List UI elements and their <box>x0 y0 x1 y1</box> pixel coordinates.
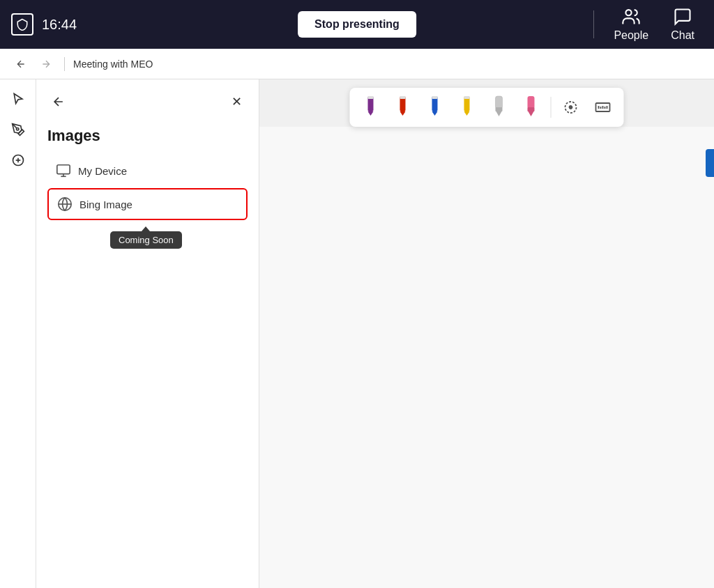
shield-icon <box>11 13 33 36</box>
stop-presenting-button[interactable]: Stop presenting <box>298 11 416 38</box>
blue-pencil-tool[interactable] <box>420 92 450 123</box>
white-marker-tool[interactable] <box>484 92 515 123</box>
svg-marker-11 <box>368 111 374 116</box>
pointer-tool[interactable] <box>4 85 32 113</box>
panel-back-button[interactable] <box>47 91 70 113</box>
pink-marker-tool[interactable] <box>516 92 547 123</box>
svg-rect-26 <box>528 107 535 111</box>
canvas-area <box>259 79 714 588</box>
chat-label: Chat <box>671 29 694 42</box>
nav-bar: Meeting with MEO <box>0 49 714 79</box>
svg-marker-14 <box>400 111 406 116</box>
svg-rect-21 <box>464 96 470 99</box>
lasso-tool[interactable] <box>556 92 586 123</box>
images-panel: ✕ Images My Device Bing Image Coming Soo… <box>36 79 259 588</box>
top-bar-center: Stop presenting <box>298 11 416 38</box>
add-tool[interactable] <box>4 146 32 174</box>
svg-rect-18 <box>432 96 438 99</box>
main-area: ✕ Images My Device Bing Image Coming Soo… <box>0 79 714 588</box>
purple-pencil-tool[interactable] <box>356 92 386 123</box>
svg-rect-25 <box>528 96 535 109</box>
svg-marker-27 <box>529 111 534 116</box>
pen-tool[interactable] <box>4 116 32 144</box>
time-display: 16:44 <box>42 17 77 33</box>
panel-title: Images <box>47 127 248 145</box>
toolbar-divider <box>551 97 552 118</box>
coming-soon-tooltip: Coming Soon <box>110 231 182 249</box>
panel-header: ✕ <box>47 91 248 113</box>
svg-rect-23 <box>496 107 503 111</box>
svg-point-0 <box>626 10 632 15</box>
people-button[interactable]: People <box>605 3 657 46</box>
svg-marker-24 <box>496 111 502 116</box>
svg-marker-17 <box>432 111 438 116</box>
nav-divider <box>64 57 65 71</box>
my-device-label: My Device <box>78 165 127 177</box>
bing-image-label: Bing Image <box>79 199 132 210</box>
drawing-toolbar <box>350 88 624 127</box>
divider <box>593 10 594 38</box>
svg-marker-20 <box>464 111 470 116</box>
bing-image-item[interactable]: Bing Image Coming Soon <box>47 188 248 220</box>
chat-button[interactable]: Chat <box>662 3 703 46</box>
forward-button[interactable] <box>36 54 56 74</box>
red-pencil-tool[interactable] <box>388 92 418 123</box>
left-toolbar <box>0 79 36 588</box>
monitor-icon <box>56 163 71 178</box>
people-label: People <box>614 29 648 42</box>
back-button[interactable] <box>11 54 31 74</box>
tooltip-text: Coming Soon <box>119 235 174 245</box>
panel-close-button[interactable]: ✕ <box>225 91 248 113</box>
globe-icon <box>57 196 73 212</box>
svg-rect-15 <box>400 96 406 99</box>
svg-point-29 <box>570 106 572 109</box>
svg-rect-12 <box>368 96 374 99</box>
my-device-item[interactable]: My Device <box>47 156 248 185</box>
ruler-tool[interactable] <box>588 92 618 123</box>
whiteboard[interactable] <box>259 127 714 588</box>
yellow-pencil-tool[interactable] <box>452 92 483 123</box>
svg-rect-5 <box>57 165 70 174</box>
blue-side-element <box>706 149 714 177</box>
svg-rect-22 <box>496 96 503 109</box>
top-bar: 16:44 Stop presenting People Chat <box>0 0 714 49</box>
top-bar-right: People Chat <box>588 3 703 46</box>
svg-point-1 <box>16 128 18 130</box>
top-bar-left: 16:44 <box>11 13 77 36</box>
meeting-title: Meeting with MEO <box>73 59 153 70</box>
